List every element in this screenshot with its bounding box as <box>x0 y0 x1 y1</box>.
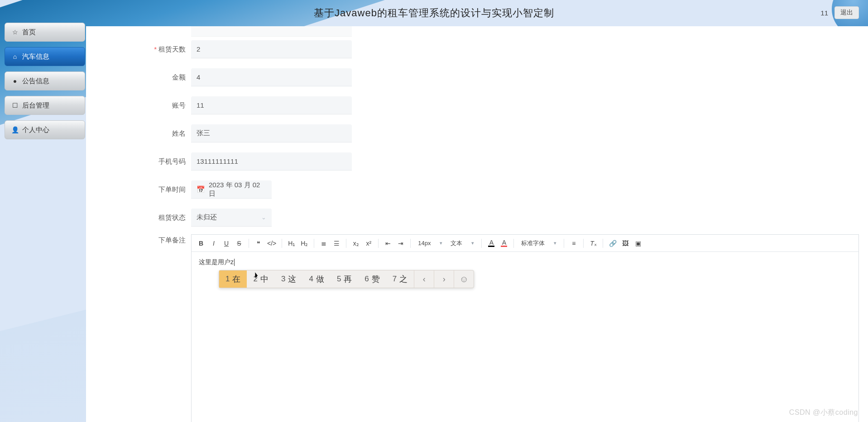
sidebar-item-label: 首页 <box>22 28 36 37</box>
account-input[interactable]: 11 <box>191 96 352 114</box>
sidebar-item-car-info[interactable]: ⌂ 汽车信息 <box>5 47 85 66</box>
editor-body[interactable]: 这里是用户z 1 在 2 中 3 <box>192 252 858 273</box>
ime-next-button[interactable]: › <box>434 270 454 288</box>
font-family-select[interactable]: 标准字体▾ <box>518 237 560 249</box>
header-right: 11 退出 <box>820 6 859 19</box>
sidebar-item-home[interactable]: ☆ 首页 <box>5 23 85 42</box>
rental-days-label: *租赁天数 <box>86 45 191 54</box>
outdent-button[interactable]: ⇤ <box>382 237 394 249</box>
amount-label: 金额 <box>86 73 191 82</box>
dashboard-icon: ☐ <box>11 102 19 109</box>
ime-candidate[interactable]: 3 这 <box>275 270 302 288</box>
truncated-field[interactable] <box>191 26 352 37</box>
align-button[interactable]: ≡ <box>568 237 580 249</box>
rental-status-label: 租赁状态 <box>86 213 191 222</box>
remark-label: 下单备注 <box>86 234 191 245</box>
font-size-select[interactable]: 14px▾ <box>414 237 446 249</box>
indent-button[interactable]: ⇥ <box>395 237 407 249</box>
star-icon: ☆ <box>11 28 19 36</box>
name-label: 姓名 <box>86 129 191 138</box>
sidebar-item-notice[interactable]: ● 公告信息 <box>5 71 85 90</box>
unordered-list-button[interactable]: ☰ <box>331 237 342 249</box>
sidebar: ☆ 首页 ⌂ 汽车信息 ● 公告信息 ☐ 后台管理 👤 个人中心 <box>5 23 85 145</box>
order-form: *租赁天数 2 金额 4 账号 11 姓名 张三 手机号码 <box>86 26 868 422</box>
editor-content: 这里是用户z <box>199 258 234 266</box>
rental-status-select[interactable]: 未归还 ⌄ <box>191 209 272 227</box>
code-button[interactable]: </> <box>265 237 278 249</box>
h1-button[interactable]: H₁ <box>286 237 297 249</box>
bg-color-button[interactable]: A <box>498 237 510 249</box>
clear-format-button[interactable]: Tₓ <box>587 237 599 249</box>
bold-button[interactable]: B <box>195 237 207 249</box>
sidebar-item-label: 公告信息 <box>22 77 49 85</box>
ime-candidate-bar: 1 在 2 中 3 这 4 <box>219 270 474 288</box>
quote-button[interactable]: ❝ <box>253 237 264 249</box>
watermark: CSDN @小蔡coding <box>789 408 858 417</box>
person-icon: 👤 <box>11 126 19 133</box>
underline-button[interactable]: U <box>221 237 232 249</box>
editor-toolbar: B I U S ❝ </> H₁ H₂ ≣ ☰ x₂ x² <box>192 235 858 252</box>
italic-button[interactable]: I <box>208 237 220 249</box>
amount-input[interactable]: 4 <box>191 68 352 86</box>
strike-button[interactable]: S <box>233 237 245 249</box>
h2-button[interactable]: H₂ <box>298 237 310 249</box>
sidebar-item-admin[interactable]: ☐ 后台管理 <box>5 96 85 115</box>
main-panel: *租赁天数 2 金额 4 账号 11 姓名 张三 手机号码 <box>86 26 868 422</box>
ime-emoji-button[interactable]: ☺ <box>454 270 474 288</box>
ime-candidate[interactable]: 6 赞 <box>358 270 386 288</box>
info-icon: ● <box>11 77 19 85</box>
superscript-button[interactable]: x² <box>363 237 374 249</box>
phone-input[interactable]: 13111111111 <box>191 152 352 171</box>
phone-label: 手机号码 <box>86 157 191 166</box>
sidebar-item-label: 个人中心 <box>22 126 49 134</box>
text-caret <box>234 259 235 266</box>
name-input[interactable]: 张三 <box>191 124 352 142</box>
order-time-picker[interactable]: 📅 2023 年 03 月 02 日 <box>191 180 272 199</box>
logout-button[interactable]: 退出 <box>834 6 859 19</box>
font-color-button[interactable]: A <box>485 237 497 249</box>
ime-candidate[interactable]: 7 之 <box>386 270 414 288</box>
current-user-name[interactable]: 11 <box>820 9 828 17</box>
image-button[interactable]: 🖼 <box>619 237 631 249</box>
ime-candidate[interactable]: 5 再 <box>331 270 358 288</box>
chevron-down-icon: ⌄ <box>261 214 266 221</box>
video-button[interactable]: ▣ <box>632 237 644 249</box>
calendar-icon: 📅 <box>197 185 205 194</box>
account-label: 账号 <box>86 101 191 110</box>
remark-editor[interactable]: B I U S ❝ </> H₁ H₂ ≣ ☰ x₂ x² <box>191 234 859 422</box>
sidebar-item-label: 后台管理 <box>22 101 49 110</box>
sidebar-item-label: 汽车信息 <box>22 52 49 61</box>
ime-candidate[interactable]: 2 中 <box>247 270 274 288</box>
ordered-list-button[interactable]: ≣ <box>318 237 330 249</box>
rental-days-input[interactable]: 2 <box>191 40 352 58</box>
ime-candidate[interactable]: 1 在 <box>219 270 247 288</box>
link-button[interactable]: 🔗 <box>607 237 619 249</box>
ime-prev-button[interactable]: ‹ <box>414 270 434 288</box>
text-kind-select[interactable]: 文本▾ <box>447 237 478 249</box>
app-header: 基于Javaweb的租车管理系统的设计与实现小智定制 11 退出 <box>0 0 868 26</box>
app-title: 基于Javaweb的租车管理系统的设计与实现小智定制 <box>0 6 868 20</box>
car-icon: ⌂ <box>11 53 19 60</box>
sidebar-item-profile[interactable]: 👤 个人中心 <box>5 120 85 139</box>
order-time-label: 下单时间 <box>86 185 191 194</box>
ime-candidate[interactable]: 4 做 <box>302 270 330 288</box>
subscript-button[interactable]: x₂ <box>350 237 362 249</box>
